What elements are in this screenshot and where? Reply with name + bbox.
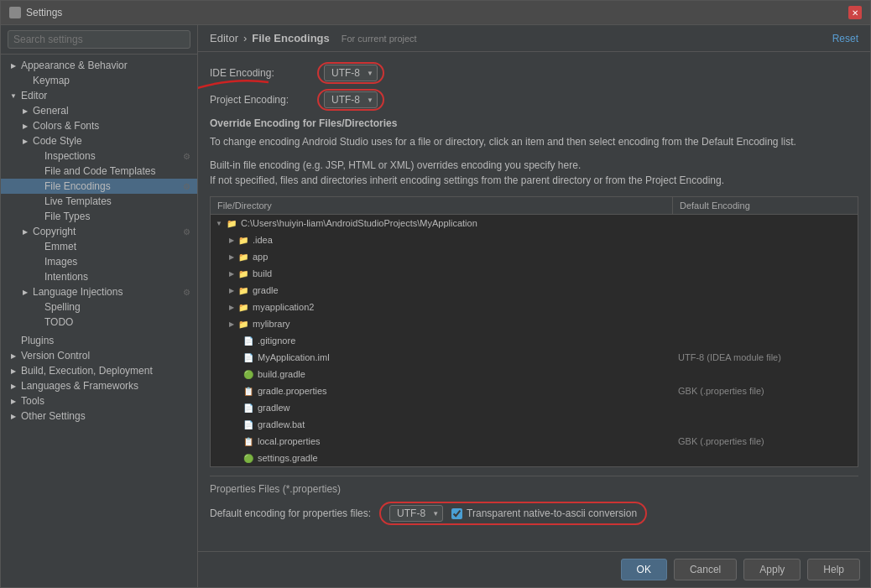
sidebar-item-file-encodings[interactable]: File Encodings ⚙: [1, 179, 197, 194]
file-cell-path: 🟢 build.gradle: [211, 367, 673, 381]
file-row[interactable]: ▶ 📁 mylibrary: [211, 315, 858, 332]
ide-encoding-select[interactable]: UTF-8: [324, 65, 378, 81]
file-table-header: File/Directory Default Encoding: [211, 197, 858, 215]
sidebar-item-general[interactable]: General: [1, 103, 197, 118]
search-input[interactable]: [8, 30, 190, 49]
file-row[interactable]: ▶ 📁 gradle: [211, 282, 858, 299]
file-row[interactable]: 📄 MyApplication.iml UTF-8 (IDEA module f…: [211, 349, 858, 366]
close-button[interactable]: ✕: [848, 6, 862, 19]
sidebar-item-tools[interactable]: Tools: [1, 393, 197, 408]
file-cell-encoding: [673, 239, 858, 241]
arrow-icon: [8, 380, 19, 392]
sidebar-item-emmet[interactable]: Emmet: [1, 239, 197, 254]
file-cell-encoding: [673, 340, 858, 341]
sidebar-label: File Types: [44, 211, 190, 222]
file-row[interactable]: 📄 gradlew.bat: [211, 416, 858, 433]
file-cell-path: 📋 gradle.properties: [211, 384, 673, 398]
arrow-icon: [19, 105, 31, 117]
sidebar-item-code-style[interactable]: Code Style: [1, 133, 197, 148]
sidebar-label: Inspections: [44, 150, 180, 162]
reset-button[interactable]: Reset: [832, 33, 858, 44]
sidebar-item-inspections[interactable]: Inspections ⚙: [1, 148, 197, 164]
file-cell-encoding: [673, 457, 858, 459]
file-row[interactable]: 📋 local.properties GBK (.properties file…: [211, 433, 858, 450]
sidebar-item-copyright[interactable]: Copyright ⚙: [1, 224, 197, 239]
sidebar-label: General: [33, 105, 190, 117]
arrow-icon: [8, 350, 19, 362]
sidebar-item-file-types[interactable]: File Types: [1, 209, 197, 224]
app-icon: [9, 7, 21, 18]
expand-arrow-icon: ▶: [229, 237, 234, 244]
expand-arrow-icon: ▶: [229, 320, 234, 328]
file-row[interactable]: ▶ 📁 myapplication2: [211, 299, 858, 315]
sidebar-item-appearance[interactable]: Appearance & Behavior: [1, 58, 197, 73]
sidebar-item-spelling[interactable]: Spelling: [1, 299, 197, 315]
arrow-icon: [19, 75, 31, 86]
file-path-label: build: [253, 268, 272, 278]
cancel-button[interactable]: Cancel: [674, 559, 737, 580]
props-section-title: Properties Files (*.properties): [210, 483, 858, 495]
project-encoding-dropdown-wrapper: UTF-8: [324, 91, 378, 108]
sidebar-item-build-execution[interactable]: Build, Execution, Deployment: [1, 363, 197, 378]
arrow-icon: [8, 335, 19, 346]
sidebar-label: Emmet: [44, 241, 190, 252]
arrow-icon: [31, 150, 43, 162]
sidebar-item-keymap[interactable]: Keymap: [1, 73, 197, 88]
sidebar-item-colors-fonts[interactable]: Colors & Fonts: [1, 118, 197, 133]
settings-icon: ⚙: [183, 227, 190, 237]
file-cell-path: 📄 MyApplication.iml: [211, 351, 673, 364]
sidebar-label: Live Templates: [44, 195, 190, 207]
file-row[interactable]: 📄 gradlew: [211, 399, 858, 416]
sidebar-label: Colors & Fonts: [33, 120, 190, 132]
expand-arrow-icon: ▶: [229, 270, 234, 278]
apply-button[interactable]: Apply: [743, 559, 801, 580]
sidebar-item-images[interactable]: Images: [1, 254, 197, 269]
arrow-icon: [19, 120, 31, 132]
expand-arrow-icon: ▼: [216, 220, 222, 227]
transparent-checkbox-label[interactable]: Transparent native-to-ascii conversion: [451, 507, 637, 519]
file-row[interactable]: ▶ 📁 app: [211, 248, 858, 265]
file-cell-path: ▶ 📁 myapplication2: [211, 300, 673, 314]
sidebar-item-live-templates[interactable]: Live Templates: [1, 194, 197, 209]
sidebar-label: File Encodings: [44, 180, 180, 192]
transparent-checkbox[interactable]: [451, 508, 462, 519]
settings-icon: ⚙: [183, 288, 190, 297]
project-encoding-select[interactable]: UTF-8: [324, 91, 378, 108]
ok-button[interactable]: OK: [621, 559, 667, 580]
arrow-icon: [31, 316, 43, 328]
sidebar-item-language-injections[interactable]: Language Injections ⚙: [1, 284, 197, 299]
help-button[interactable]: Help: [807, 559, 860, 580]
override-section-title: Override Encoding for Files/Directories: [210, 117, 858, 129]
sidebar-item-todo[interactable]: TODO: [1, 315, 197, 330]
col-default-encoding: Default Encoding: [673, 197, 858, 214]
sidebar-item-plugins[interactable]: Plugins: [1, 333, 197, 348]
file-row[interactable]: ▼ 📁 C:\Users\huiyin-liam\AndroidStudioPr…: [211, 215, 858, 232]
search-box: [1, 25, 197, 55]
file-cell-path: ▶ 📁 .idea: [211, 233, 673, 247]
file-row[interactable]: ▶ 📁 .idea: [211, 232, 858, 248]
arrow-icon: [8, 90, 19, 101]
sidebar-item-other-settings[interactable]: Other Settings: [1, 408, 197, 424]
file-cell-encoding: [673, 424, 858, 425]
file-row[interactable]: 🟢 settings.gradle: [211, 450, 858, 466]
sidebar-label: File and Code Templates: [44, 165, 190, 177]
file-row[interactable]: 📄 .gitignore: [211, 332, 858, 349]
file-table-body: ▼ 📁 C:\Users\huiyin-liam\AndroidStudioPr…: [211, 215, 858, 466]
sidebar-item-file-code-templates[interactable]: File and Code Templates: [1, 164, 197, 179]
file-row[interactable]: 🟢 build.gradle: [211, 366, 858, 382]
file-cell-path: 📄 .gitignore: [211, 334, 673, 347]
file-cell-encoding: GBK (.properties file): [673, 385, 858, 397]
sidebar-item-version-control[interactable]: Version Control: [1, 348, 197, 363]
sidebar-item-intentions[interactable]: Intentions: [1, 269, 197, 284]
sidebar-item-editor[interactable]: Editor: [1, 88, 197, 103]
ide-encoding-row: IDE Encoding: UTF-8: [210, 62, 858, 84]
file-row[interactable]: 📋 gradle.properties GBK (.properties fil…: [211, 382, 858, 399]
panel-header: Editor › File Encodings For current proj…: [198, 25, 870, 52]
props-encoding-select[interactable]: UTF-8: [389, 505, 443, 522]
file-cell-encoding: [673, 273, 858, 274]
props-circled-group: UTF-8 Transparent native-to-ascii conver…: [379, 502, 647, 525]
main-content: Appearance & Behavior Keymap Editor Gene…: [1, 25, 870, 587]
file-row[interactable]: ▶ 📁 build: [211, 265, 858, 282]
sidebar-item-languages[interactable]: Languages & Frameworks: [1, 378, 197, 393]
ide-encoding-dropdown-wrapper: UTF-8: [324, 65, 378, 81]
